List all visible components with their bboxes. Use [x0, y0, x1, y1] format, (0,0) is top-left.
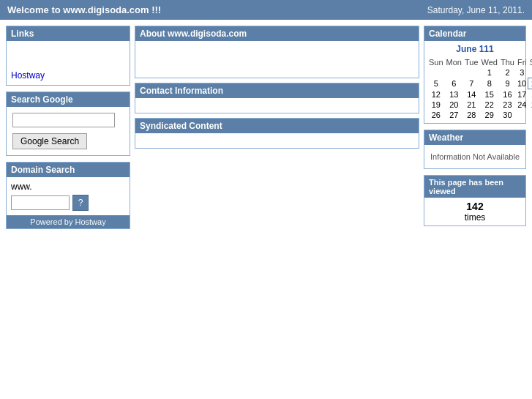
domain-search-body: www. ? [7, 177, 130, 215]
calendar-day-cell: 30 [499, 110, 516, 120]
header-title: Welcome to www.digisoda.com !!! [7, 4, 161, 15]
header-date: Saturday, June 11, 2011. [427, 5, 525, 15]
calendar-day-cell: 3 [516, 67, 528, 78]
calendar-day-cell: 27 [445, 110, 463, 120]
col-left: Links Hostway Search Google Google Searc… [6, 26, 130, 229]
contact-panel: Contact Information [135, 83, 419, 113]
calendar-week-row: 12131415161718 [427, 89, 532, 100]
links-panel-body: Hostway [7, 41, 130, 85]
calendar-day-cell: 9 [499, 78, 516, 89]
domain-search-input[interactable] [11, 195, 70, 210]
domain-www-label: www. [11, 182, 125, 192]
pageviews-body: 142 times [424, 198, 525, 225]
cal-day-header: Thu [499, 57, 516, 67]
google-search-button[interactable]: Google Search [12, 133, 87, 149]
calendar-day-cell: 18 [528, 89, 532, 100]
calendar-table: SunMonTueWedThuFriSat 123456789101112131… [427, 57, 532, 120]
domain-input-row: ? [11, 195, 125, 211]
powered-by: Powered by Hostway [7, 215, 130, 228]
calendar-day-cell: 20 [445, 100, 463, 110]
syndicated-panel-body [135, 133, 419, 148]
calendar-day-cell: 25 [528, 100, 532, 110]
calendar-day-cell: 17 [516, 89, 528, 100]
pageviews-header: This page has been viewed [424, 176, 525, 198]
calendar-day-cell: 12 [427, 89, 445, 100]
calendar-panel-header: Calendar [424, 26, 525, 41]
calendar-day-cell: 14 [463, 89, 480, 100]
calendar-panel: Calendar June 111 SunMonTueWedThuFriSat … [424, 26, 526, 124]
calendar-day-cell: 26 [427, 110, 445, 120]
calendar-day-cell: 22 [480, 100, 499, 110]
calendar-day-cell: 28 [463, 110, 480, 120]
calendar-panel-body: June 111 SunMonTueWedThuFriSat 123456789… [424, 41, 525, 123]
links-panel-header: Links [7, 26, 130, 41]
col-right: Calendar June 111 SunMonTueWedThuFriSat … [424, 26, 526, 226]
links-panel: Links Hostway [6, 26, 130, 86]
calendar-day-cell: 23 [499, 100, 516, 110]
calendar-days-row: SunMonTueWedThuFriSat [427, 57, 532, 67]
search-google-header: Search Google [7, 92, 130, 107]
weather-message: Information Not Available [430, 152, 520, 161]
contact-panel-body [135, 98, 419, 113]
calendar-day-cell: 2 [499, 67, 516, 78]
cal-day-header: Mon [445, 57, 463, 67]
domain-go-button[interactable]: ? [72, 195, 89, 211]
calendar-week-row: 19202122232425 [427, 100, 532, 110]
calendar-day-cell: 24 [516, 100, 528, 110]
syndicated-panel: Syndicated Content [135, 118, 419, 149]
cal-day-header: Sun [427, 57, 445, 67]
pageviews-panel: This page has been viewed 142 times [424, 175, 526, 226]
calendar-day-cell: 4 [528, 67, 532, 78]
calendar-day-cell: 29 [480, 110, 499, 120]
hostway-link[interactable]: Hostway [11, 70, 125, 81]
col-mid: About www.digisoda.com Contact Informati… [135, 26, 419, 149]
calendar-day-cell [445, 67, 463, 78]
calendar-day-cell: 10 [516, 78, 528, 89]
about-panel-body [135, 41, 419, 78]
contact-panel-header: Contact Information [135, 83, 419, 98]
calendar-day-cell: 15 [480, 89, 499, 100]
weather-panel: Weather Information Not Available [424, 130, 526, 169]
calendar-day-cell [516, 110, 528, 120]
domain-search-panel: Domain Search www. ? Powered by Hostway [6, 162, 130, 229]
header: Welcome to www.digisoda.com !!! Saturday… [0, 0, 532, 20]
calendar-day-cell: 16 [499, 89, 516, 100]
about-panel: About www.digisoda.com [135, 26, 419, 78]
calendar-week-row: 1234 [427, 67, 532, 78]
main-layout: Links Hostway Search Google Google Searc… [0, 20, 532, 235]
calendar-month: June 111 [427, 44, 522, 54]
calendar-day-cell: 8 [480, 78, 499, 89]
calendar-day-cell: 21 [463, 100, 480, 110]
domain-search-header: Domain Search [7, 163, 130, 177]
google-search-input[interactable] [12, 113, 115, 127]
calendar-day-cell [528, 110, 532, 120]
calendar-day-cell: 19 [427, 100, 445, 110]
syndicated-panel-header: Syndicated Content [135, 119, 419, 133]
search-google-panel: Search Google Google Search [6, 92, 130, 156]
calendar-day-cell: 7 [463, 78, 480, 89]
weather-panel-body: Information Not Available [424, 145, 525, 168]
calendar-week-row: 567891011 [427, 78, 532, 89]
calendar-day-cell: 5 [427, 78, 445, 89]
calendar-body: 1234567891011121314151617181920212223242… [427, 67, 532, 120]
cal-day-header: Wed [480, 57, 499, 67]
cal-day-header: Fri [516, 57, 528, 67]
calendar-day-cell: 13 [445, 89, 463, 100]
calendar-day-cell: 1 [480, 67, 499, 78]
about-panel-header: About www.digisoda.com [135, 26, 419, 41]
calendar-day-cell [463, 67, 480, 78]
pageviews-suffix: times [427, 212, 522, 223]
weather-panel-header: Weather [424, 130, 525, 145]
pageviews-count: 142 [427, 201, 522, 212]
calendar-week-row: 2627282930 [427, 110, 532, 120]
powered-by-link[interactable]: Powered by Hostway [30, 217, 105, 226]
search-google-body: Google Search [7, 107, 130, 155]
calendar-day-cell: 11 [528, 78, 532, 89]
cal-day-header: Sat [528, 57, 532, 67]
calendar-day-cell [427, 67, 445, 78]
cal-day-header: Tue [463, 57, 480, 67]
calendar-day-cell: 6 [445, 78, 463, 89]
